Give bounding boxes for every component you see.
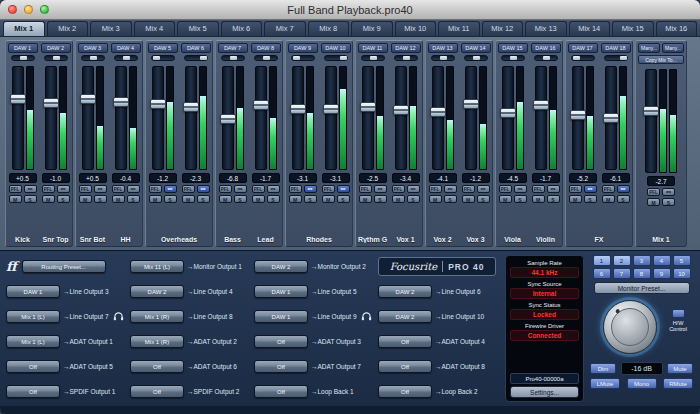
pan-slider[interactable]	[324, 55, 348, 61]
route-source-select[interactable]: DAW 2	[254, 260, 308, 273]
tab-mix-3[interactable]: Mix 3	[90, 21, 132, 36]
pan-handle[interactable]	[510, 56, 517, 60]
fader-track[interactable]	[465, 66, 477, 170]
solo-button[interactable]: S	[94, 195, 107, 203]
pfl-button[interactable]: PFL	[79, 185, 92, 193]
solo-button[interactable]: S	[374, 195, 387, 203]
tab-mix-1[interactable]: Mix 1	[3, 21, 45, 36]
stereo-link-button[interactable]: ∞	[304, 185, 317, 193]
fader-track[interactable]	[185, 66, 197, 170]
pan-handle[interactable]	[90, 56, 97, 60]
mute-button[interactable]: M	[289, 195, 302, 203]
pfl-button[interactable]: PFL	[532, 185, 545, 193]
stereo-link-button[interactable]: ∞	[234, 185, 247, 193]
stereo-link-button[interactable]: ∞	[24, 185, 37, 193]
fader-track[interactable]	[292, 66, 304, 170]
tab-mix-15[interactable]: Mix 15	[612, 21, 654, 36]
pfl-button[interactable]: PFL	[219, 185, 232, 193]
channel-source-button[interactable]: DAW 10	[321, 43, 351, 53]
tab-mix-14[interactable]: Mix 14	[569, 21, 611, 36]
stereo-link-button[interactable]: ∞	[514, 185, 527, 193]
output-select-button[interactable]: 3	[633, 255, 651, 266]
pfl-button[interactable]: PFL	[499, 185, 512, 193]
solo-button[interactable]: S	[267, 195, 280, 203]
fader-track[interactable]	[362, 66, 374, 170]
pfl-button[interactable]: PFL	[647, 188, 660, 196]
channel-source-button[interactable]: DAW 15	[498, 43, 528, 53]
copy-mix-button[interactable]: Copy Mix To...	[638, 55, 684, 64]
fader-handle[interactable]	[430, 107, 446, 117]
monitor-mute-button[interactable]: Mute	[667, 363, 693, 374]
output-select-button[interactable]: 1	[593, 255, 611, 266]
pan-slider[interactable]	[501, 55, 525, 61]
mute-button[interactable]: M	[602, 195, 615, 203]
fader-track[interactable]	[572, 66, 584, 170]
output-select-button[interactable]: 7	[613, 268, 631, 279]
stereo-link-button[interactable]: ∞	[617, 185, 630, 193]
channel-source-button[interactable]: DAW 4	[111, 43, 141, 53]
mute-button[interactable]: M	[149, 195, 162, 203]
tab-mix-9[interactable]: Mix 9	[351, 21, 393, 36]
pan-slider[interactable]	[114, 55, 138, 61]
stereo-link-button[interactable]: ∞	[57, 185, 70, 193]
mute-button[interactable]: M	[42, 195, 55, 203]
output-select-button[interactable]: 8	[633, 268, 651, 279]
mute-button[interactable]: M	[429, 195, 442, 203]
fader-track[interactable]	[82, 66, 94, 170]
stereo-link-button[interactable]: ∞	[407, 185, 420, 193]
hw-control-button[interactable]	[672, 309, 685, 318]
fader-handle[interactable]	[533, 100, 549, 110]
fader-track[interactable]	[152, 66, 164, 170]
stereo-link-button[interactable]: ∞	[127, 185, 140, 193]
output-select-button[interactable]: 4	[653, 255, 671, 266]
pfl-button[interactable]: PFL	[149, 185, 162, 193]
solo-button[interactable]: S	[617, 195, 630, 203]
pan-handle[interactable]	[293, 56, 300, 60]
right-mute-button[interactable]: RMute	[663, 378, 693, 389]
pfl-button[interactable]: PFL	[289, 185, 302, 193]
mute-button[interactable]: M	[252, 195, 265, 203]
fader-track[interactable]	[45, 66, 57, 170]
fader-handle[interactable]	[360, 102, 376, 112]
route-source-select[interactable]: Mix 1 (L)	[6, 335, 60, 348]
pan-slider[interactable]	[254, 55, 278, 61]
pan-handle[interactable]	[543, 56, 550, 60]
channel-source-button[interactable]: Many...	[662, 43, 684, 53]
mute-button[interactable]: M	[359, 195, 372, 203]
pan-handle[interactable]	[620, 56, 627, 60]
pfl-button[interactable]: PFL	[112, 185, 125, 193]
mute-button[interactable]: M	[322, 195, 335, 203]
stereo-link-button[interactable]: ∞	[374, 185, 387, 193]
pan-slider[interactable]	[361, 55, 385, 61]
solo-button[interactable]: S	[127, 195, 140, 203]
mute-button[interactable]: M	[499, 195, 512, 203]
fader-track[interactable]	[535, 66, 547, 170]
pan-slider[interactable]	[11, 55, 35, 61]
channel-source-button[interactable]: DAW 11	[358, 43, 388, 53]
pan-handle[interactable]	[123, 56, 130, 60]
channel-source-button[interactable]: DAW 8	[251, 43, 281, 53]
fader-track[interactable]	[325, 66, 337, 170]
fader-track[interactable]	[502, 66, 514, 170]
tab-mix-11[interactable]: Mix 11	[438, 21, 480, 36]
stereo-link-button[interactable]: ∞	[197, 185, 210, 193]
route-source-select[interactable]: Off	[130, 385, 184, 398]
pan-handle[interactable]	[263, 56, 270, 60]
channel-source-button[interactable]: DAW 6	[181, 43, 211, 53]
monitor-volume-knob[interactable]	[603, 300, 657, 354]
channel-source-button[interactable]: DAW 18	[601, 43, 631, 53]
route-source-select[interactable]: Mix 11 (L)	[130, 260, 184, 273]
pan-handle[interactable]	[200, 56, 207, 60]
channel-source-button[interactable]: DAW 7	[218, 43, 248, 53]
tab-mix-7[interactable]: Mix 7	[264, 21, 306, 36]
pan-handle[interactable]	[473, 56, 480, 60]
solo-button[interactable]: S	[584, 195, 597, 203]
tab-mix-4[interactable]: Mix 4	[134, 21, 176, 36]
fader-handle[interactable]	[150, 99, 166, 109]
tab-mix-8[interactable]: Mix 8	[308, 21, 350, 36]
solo-button[interactable]: S	[24, 195, 37, 203]
stereo-link-button[interactable]: ∞	[662, 188, 675, 196]
route-source-select[interactable]: Mix 1 (L)	[6, 310, 60, 323]
dim-button[interactable]: Dim	[590, 363, 616, 374]
route-source-select[interactable]: DAW 1	[254, 310, 308, 323]
